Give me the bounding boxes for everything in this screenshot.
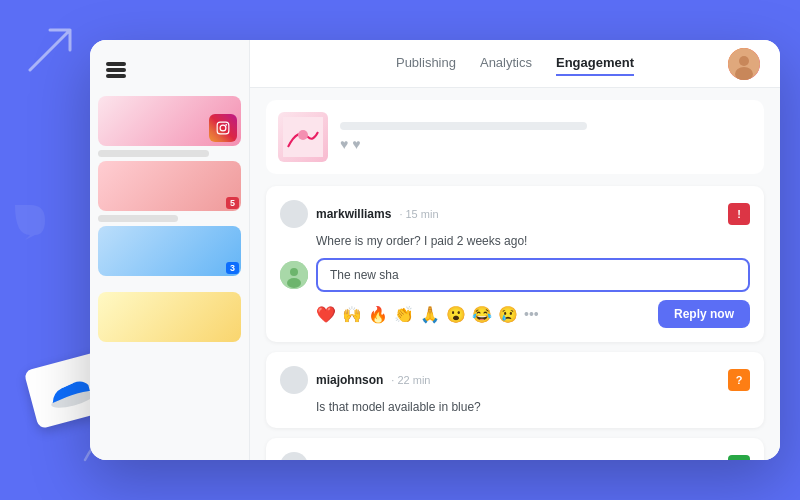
reply-input-field-1[interactable]	[316, 258, 750, 292]
post-preview-card: ♥ ♥	[266, 100, 764, 174]
sidebar-post-2-badge: 5	[226, 197, 239, 209]
sidebar-post-3-badge: 3	[226, 262, 239, 274]
emoji-clap[interactable]: 🙌	[342, 305, 362, 324]
emoji-hands[interactable]: 👏	[394, 305, 414, 324]
post-meta: ♥ ♥	[340, 122, 752, 152]
tab-publishing[interactable]: Publishing	[396, 51, 456, 76]
comment-1-user-info: markwilliams · 15 min	[280, 200, 439, 228]
emoji-more-button[interactable]: •••	[524, 306, 539, 322]
comment-card-1: markwilliams · 15 min ! Where is my orde…	[266, 186, 764, 342]
comment-card-2: miajohnson · 22 min ? Is that model avai…	[266, 352, 764, 428]
svg-rect-5	[106, 74, 126, 78]
sidebar-placeholder-2	[98, 215, 178, 222]
main-content: Publishing Analytics Engagement	[250, 40, 780, 460]
svg-rect-8	[217, 122, 229, 134]
tab-analytics[interactable]: Analytics	[480, 51, 532, 76]
comment-1-text: Where is my order? I paid 2 weeks ago!	[316, 234, 750, 248]
comment-3-avatar	[280, 452, 308, 460]
comment-3-badge: S	[728, 455, 750, 460]
emoji-toolbar-1: ❤️ 🙌 🔥 👏 🙏 😮 😂 😢 ••• Reply now	[280, 300, 750, 328]
post-hearts: ♥ ♥	[340, 136, 752, 152]
comment-card-3: ashleysmith · 17 min S They are so nice.…	[266, 438, 764, 460]
sidebar: 5 3	[90, 40, 250, 460]
svg-point-15	[298, 130, 308, 140]
sidebar-header	[90, 40, 249, 92]
comment-2-badge: ?	[728, 369, 750, 391]
comment-2-time: · 22 min	[391, 374, 430, 386]
top-nav: Publishing Analytics Engagement	[250, 40, 780, 88]
instagram-icon	[209, 114, 237, 142]
comment-2-header: miajohnson · 22 min ?	[280, 366, 750, 394]
svg-point-10	[225, 124, 227, 126]
comment-3-user-info: ashleysmith · 17 min	[280, 452, 433, 460]
user-avatar[interactable]	[728, 48, 760, 80]
heart-icon-2: ♥	[352, 136, 360, 152]
reply-area-1: ❤️ 🙌 🔥 👏 🙏 😮 😂 😢 ••• Reply now	[280, 258, 750, 328]
post-image	[283, 117, 323, 157]
reply-now-button[interactable]: Reply now	[658, 300, 750, 328]
comment-1-avatar	[280, 200, 308, 228]
post-title-placeholder	[340, 122, 587, 130]
emoji-wow[interactable]: 😮	[446, 305, 466, 324]
tab-engagement[interactable]: Engagement	[556, 51, 634, 76]
comment-1-time: · 15 min	[399, 208, 438, 220]
emoji-fire[interactable]: 🔥	[368, 305, 388, 324]
sidebar-posts-list: 5 3	[90, 92, 249, 346]
background-chat-bubble	[10, 200, 50, 240]
comment-3-username: ashleysmith	[316, 459, 385, 460]
avatar-image	[728, 48, 760, 80]
post-thumbnail	[278, 112, 328, 162]
buffer-logo	[102, 56, 130, 84]
sidebar-post-4[interactable]	[98, 292, 241, 342]
content-area: ♥ ♥ markwilliams · 15 min ! Where is my …	[250, 88, 780, 460]
svg-rect-6	[106, 68, 126, 72]
emoji-pray[interactable]: 🙏	[420, 305, 440, 324]
emoji-laugh[interactable]: 😂	[472, 305, 492, 324]
svg-rect-7	[106, 62, 126, 66]
sidebar-post-2[interactable]: 5	[98, 161, 241, 211]
svg-point-9	[220, 125, 226, 131]
sidebar-post-3[interactable]: 3	[98, 226, 241, 276]
sidebar-post-1[interactable]	[98, 96, 241, 146]
background-arrow	[20, 20, 80, 80]
app-container: 5 3 Publishing Analytics Engagement	[90, 40, 780, 460]
comment-1-header: markwilliams · 15 min !	[280, 200, 750, 228]
svg-point-17	[290, 268, 298, 276]
emoji-sad[interactable]: 😢	[498, 305, 518, 324]
comment-1-username: markwilliams	[316, 207, 391, 221]
comment-2-text: Is that model available in blue?	[316, 400, 750, 414]
comment-2-user-info: miajohnson · 22 min	[280, 366, 431, 394]
reply-input-row-1	[280, 258, 750, 292]
comment-2-avatar	[280, 366, 308, 394]
comment-2-username: miajohnson	[316, 373, 383, 387]
svg-point-12	[739, 56, 749, 66]
sidebar-placeholder-1	[98, 150, 209, 157]
comment-1-badge: !	[728, 203, 750, 225]
nav-tabs: Publishing Analytics Engagement	[302, 51, 728, 76]
heart-icon-1: ♥	[340, 136, 348, 152]
comment-3-header: ashleysmith · 17 min S	[280, 452, 750, 460]
reply-avatar-1	[280, 261, 308, 289]
emoji-heart[interactable]: ❤️	[316, 305, 336, 324]
svg-point-18	[287, 278, 301, 288]
